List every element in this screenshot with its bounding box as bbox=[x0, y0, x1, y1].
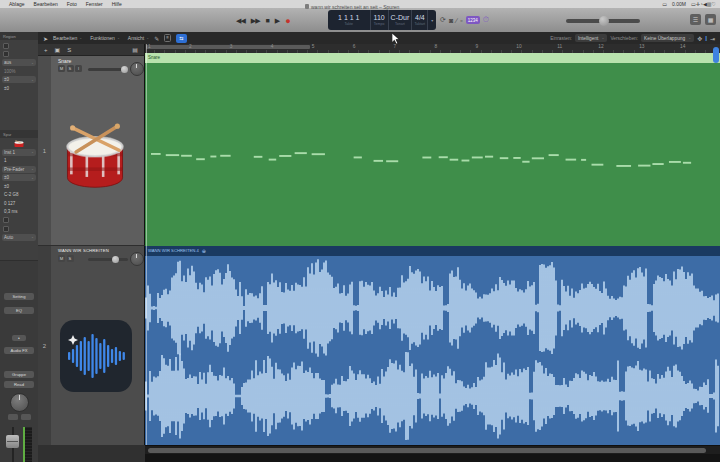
browser-button[interactable]: ▦ bbox=[705, 14, 716, 25]
track-volume-slider[interactable] bbox=[88, 68, 128, 71]
volume-knob[interactable] bbox=[112, 256, 119, 263]
inspector-region-header[interactable]: Region bbox=[0, 32, 38, 40]
mute-button[interactable]: M bbox=[58, 65, 65, 72]
record-button[interactable]: ● bbox=[285, 12, 289, 30]
mute-button[interactable]: M bbox=[58, 255, 65, 262]
inspector-row[interactable] bbox=[2, 140, 36, 147]
checkbox[interactable] bbox=[3, 43, 9, 49]
inspector-row[interactable] bbox=[2, 217, 36, 224]
track-name[interactable]: Snare bbox=[58, 58, 71, 64]
forward-button[interactable]: ▶▶ bbox=[251, 12, 260, 30]
inspector-row[interactable]: Pre-Fader⌄ bbox=[2, 166, 36, 173]
playhead[interactable] bbox=[146, 44, 147, 445]
audio-region-wann-wir-schreiten[interactable]: WANN WIR SCHREITEN.4 ⊕ bbox=[145, 246, 720, 445]
menu-item-fenster[interactable]: Fenster bbox=[86, 1, 103, 7]
channel-pan-knob[interactable] bbox=[10, 393, 29, 412]
snap-select[interactable]: Intelligent ⌄ bbox=[575, 34, 607, 42]
midi-notes bbox=[145, 53, 720, 246]
channel-audio-fx-button[interactable]: Audio FX bbox=[4, 347, 34, 354]
metronome-icon[interactable]: ⏱ bbox=[483, 15, 489, 25]
checkbox[interactable] bbox=[3, 217, 9, 223]
master-volume-slider[interactable] bbox=[566, 19, 640, 23]
stop-button[interactable]: ■ bbox=[266, 12, 269, 30]
channel-automation-button[interactable]: Read bbox=[4, 381, 34, 388]
pencil-tool-icon[interactable]: ✎ bbox=[154, 35, 159, 42]
solo-button[interactable]: S bbox=[67, 65, 74, 72]
cycle-icon[interactable]: ⟳ bbox=[440, 16, 446, 24]
header-config-icon[interactable]: ▤ bbox=[132, 45, 138, 55]
chevron-down-icon: ⌄ bbox=[688, 36, 691, 40]
channel-midi-fx-button[interactable]: • bbox=[12, 335, 26, 341]
tuner-icon[interactable]: ▫ bbox=[460, 17, 462, 24]
fader-thumb[interactable] bbox=[6, 435, 19, 448]
inspector-track-header[interactable]: Spur bbox=[0, 130, 38, 138]
vertical-scroll-thumb[interactable] bbox=[713, 47, 719, 63]
lcd-position[interactable]: 1 1 1 1 Takte bbox=[328, 10, 371, 30]
status-icon[interactable]: ♡ bbox=[712, 1, 716, 7]
menu-item-ablage[interactable]: Ablage bbox=[9, 1, 25, 7]
track-volume-slider[interactable] bbox=[88, 258, 128, 261]
checkbox[interactable] bbox=[3, 226, 9, 232]
channel-group-button[interactable]: Gruppe bbox=[4, 371, 34, 378]
pointer-tool-icon[interactable]: ➤ bbox=[43, 35, 48, 42]
channel-io-buttons bbox=[8, 414, 31, 420]
cycle-range[interactable] bbox=[146, 45, 310, 49]
checkbox[interactable] bbox=[3, 51, 9, 57]
volume-knob[interactable] bbox=[121, 66, 128, 73]
catch-playhead-button[interactable]: ⇆ bbox=[176, 34, 187, 43]
menu-item-foto[interactable]: Foto bbox=[67, 1, 77, 7]
lcd-timesig[interactable]: 4/4 Taktart bbox=[412, 10, 428, 30]
bottom-strip bbox=[145, 454, 720, 462]
replace-icon[interactable]: ◙ bbox=[449, 17, 453, 24]
menu-funktionen[interactable]: Funktionen⌄ bbox=[90, 35, 120, 41]
move-tool-icon[interactable]: ✥ bbox=[697, 35, 702, 42]
inspector-row[interactable] bbox=[2, 51, 36, 58]
list-editors-button[interactable]: ☰ bbox=[690, 14, 701, 25]
lcd-key-label: Tonart bbox=[395, 22, 405, 26]
lcd-display[interactable]: 1 1 1 1 Takte 110 Tempo C-Dur Tonart 4/4… bbox=[328, 10, 436, 30]
track-pan-knob[interactable] bbox=[130, 252, 144, 266]
count-in-button[interactable]: 1234 bbox=[466, 16, 480, 24]
catch-icon[interactable]: ⇥ bbox=[710, 35, 715, 42]
lcd-tempo[interactable]: 110 Tempo bbox=[371, 10, 389, 30]
channel-setting-button[interactable]: Setting bbox=[4, 293, 34, 300]
input-button[interactable]: I bbox=[75, 65, 82, 72]
menu-item-bearbeiten[interactable]: Bearbeiten bbox=[34, 1, 58, 7]
rewind-button[interactable]: ◀◀ bbox=[236, 12, 245, 30]
drag-select[interactable]: Keine Überlappung ⌄ bbox=[641, 34, 694, 42]
channel-eq-button[interactable]: EQ bbox=[4, 307, 34, 314]
menu-bearbeiten[interactable]: Bearbeiten⌄ bbox=[53, 35, 82, 41]
add-track-icon[interactable]: + bbox=[44, 45, 48, 55]
solo-off-button[interactable]: S bbox=[67, 45, 71, 55]
menu-item-hilfe[interactable]: Hilfe bbox=[112, 1, 122, 7]
lcd-chevron[interactable]: ▾ bbox=[428, 10, 436, 30]
ruler-number: 3 bbox=[230, 44, 233, 49]
inspector-row[interactable]: Inst 1⌄ bbox=[2, 149, 36, 156]
midi-region-snare[interactable]: Snare bbox=[145, 53, 720, 246]
inspector-row[interactable]: aus⌄ bbox=[2, 59, 36, 66]
menu-ansicht[interactable]: Ansicht⌄ bbox=[128, 35, 149, 41]
track-pan-knob[interactable] bbox=[130, 62, 144, 76]
channel-input-button[interactable] bbox=[8, 414, 18, 420]
text-tool-icon[interactable]: I bbox=[705, 35, 707, 42]
track-toolbar-menus: Bearbeiten⌄Funktionen⌄Ansicht⌄ bbox=[53, 35, 149, 41]
track-name[interactable]: WANN WIR SCHREITEN bbox=[58, 248, 109, 253]
inspector-row[interactable]: ±0⌄ bbox=[2, 174, 36, 181]
horizontal-scroll-thumb[interactable] bbox=[148, 448, 706, 453]
lcd-key[interactable]: C-Dur Tonart bbox=[389, 10, 413, 30]
duplicate-track-icon[interactable]: ▣ bbox=[55, 45, 61, 55]
document-icon bbox=[305, 4, 309, 9]
channel-output-button[interactable] bbox=[21, 414, 31, 420]
inspector-row[interactable] bbox=[2, 225, 36, 232]
inspector-row[interactable] bbox=[2, 42, 36, 49]
track-header-wann-wir-schreiten[interactable]: 2 WANN WIR SCHREITEN MS bbox=[38, 246, 145, 445]
inspector-row[interactable]: ±0⌄ bbox=[2, 76, 36, 83]
inspector-row[interactable]: Auto⌄ bbox=[2, 234, 36, 241]
master-volume-knob[interactable] bbox=[599, 16, 609, 26]
automation-icon[interactable]: ≡ bbox=[164, 34, 171, 42]
ruler-number: 4 bbox=[271, 44, 274, 49]
play-button[interactable]: ▶ bbox=[275, 12, 279, 30]
lcd-timesig-value: 4/4 bbox=[415, 14, 425, 22]
solo-button[interactable]: S bbox=[67, 255, 74, 262]
track-header-snare[interactable]: 1 Snare MSI bbox=[38, 56, 145, 246]
